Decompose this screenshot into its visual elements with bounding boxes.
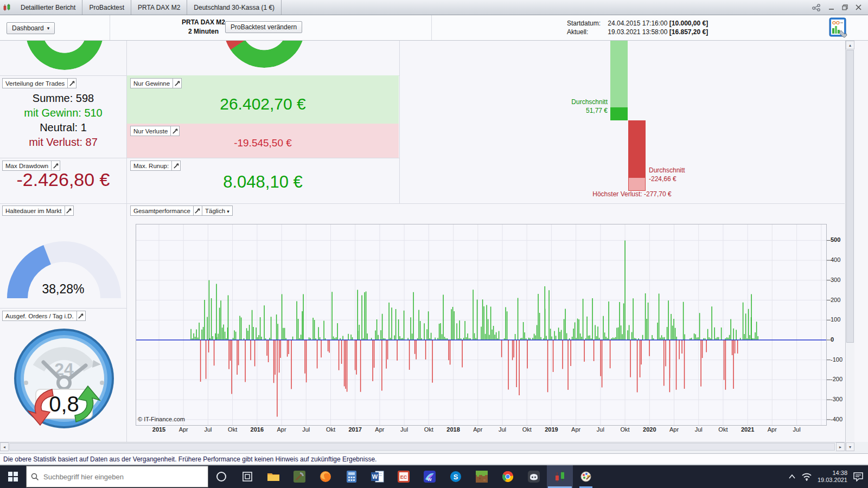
vertical-scrollbar[interactable]: ▴ ▾	[845, 41, 854, 451]
x-tick-label: Okt	[326, 426, 335, 433]
chrome-icon[interactable]	[495, 465, 521, 488]
panel-tag-nur-verluste[interactable]: Nur Verluste	[130, 126, 180, 136]
calculator-icon[interactable]	[339, 465, 365, 488]
design-app-icon[interactable]: W	[417, 465, 443, 488]
start-date-value: 24.04.2015 17:16:00	[608, 20, 667, 27]
x-tick-label: Jul	[695, 426, 703, 433]
y-tick-label: 300	[831, 277, 840, 283]
nur-verluste-value: -19.545,50 €	[127, 137, 399, 149]
wrench-icon[interactable]	[67, 79, 76, 88]
wrench-icon[interactable]	[65, 206, 73, 215]
x-tick-label: Apr	[473, 426, 482, 433]
svg-text:W: W	[372, 473, 378, 480]
tray-time: 14:38	[818, 470, 847, 477]
tab-instrument[interactable]: Deutschland 30-Kassa (1 €)	[187, 0, 282, 15]
x-tick-label: Jul	[499, 426, 506, 433]
dashboard-dropdown[interactable]: Dashboard▾	[7, 22, 55, 34]
vertical-scroll-thumb[interactable]	[846, 50, 854, 343]
minimize-button[interactable]	[828, 4, 834, 10]
prorealtime-icon[interactable]	[547, 465, 573, 488]
edit-probacktest-button[interactable]: ProBacktest verändern	[225, 21, 302, 33]
panel-tag-label: Ausgef. Orders / Tag i.D.	[3, 311, 76, 320]
x-tick-label: Apr	[179, 426, 188, 433]
candlestick-app-icon	[0, 0, 14, 15]
period-dropdown[interactable]: Täglich ▾	[202, 206, 233, 216]
y-tick-label: -200	[831, 376, 843, 382]
title-bar: Detaillierter Bericht ProBacktest PRTA D…	[0, 0, 868, 15]
panel-tag-label: Haltedauer im Markt	[3, 206, 65, 215]
minecraft-launcher-icon[interactable]	[286, 465, 312, 488]
current-date-label: Aktuell:	[567, 28, 606, 36]
avg-win-label: Durchschnitt51,77 €	[542, 98, 608, 115]
x-tick-label: 2019	[545, 426, 558, 433]
taskbar-clock[interactable]: 14:38 19.03.2021	[818, 470, 847, 484]
stat-summe: Summe: 598	[0, 92, 126, 105]
start-button[interactable]	[0, 465, 26, 488]
report-settings-icon[interactable]: OO	[829, 17, 847, 40]
x-tick-label: Jul	[204, 426, 212, 433]
start-amount: [10.000,00 €]	[669, 20, 708, 27]
x-tick-label: 2020	[643, 426, 656, 433]
close-button[interactable]	[856, 4, 861, 10]
cortana-button[interactable]	[208, 465, 234, 488]
horizontal-scroll-thumb[interactable]	[9, 443, 835, 451]
system-tray: 14:38 19.03.2021	[788, 465, 868, 488]
y-tick-label: 400	[831, 256, 840, 263]
minecraft-grass-icon[interactable]	[469, 465, 495, 488]
firefox-icon[interactable]	[312, 465, 339, 488]
x-tick-label: 2015	[152, 426, 165, 433]
word-icon[interactable]: W	[365, 465, 391, 488]
trades-donut-chart	[25, 41, 104, 70]
stat-mit-verlust: mit Verlust: 87	[0, 136, 126, 149]
discord-icon[interactable]	[521, 465, 547, 488]
taskbar-search[interactable]	[26, 466, 208, 487]
y-tick-label: -100	[831, 356, 843, 363]
horizontal-scrollbar[interactable]: ◂ ▸	[0, 442, 845, 451]
tray-expand-chevron[interactable]	[788, 474, 796, 479]
scroll-left-arrow[interactable]: ◂	[0, 442, 9, 451]
windows-taskbar: W EC W S	[0, 465, 868, 488]
dashboard-label: Dashboard	[12, 24, 44, 32]
restore-button[interactable]	[842, 4, 848, 10]
wrench-icon[interactable]	[170, 126, 179, 136]
panel-tag-gesamtperformance[interactable]: Gesamtperformance	[130, 206, 202, 216]
wifi-icon[interactable]	[801, 472, 812, 481]
tab-probacktest[interactable]: ProBacktest	[82, 0, 131, 15]
tab-prta-dax-m2[interactable]: PRTA DAX M2	[131, 0, 187, 15]
panel-tag-haltedauer[interactable]: Haltedauer im Markt	[2, 206, 74, 216]
x-tick-label: Okt	[522, 426, 532, 433]
wrench-icon[interactable]	[171, 161, 180, 170]
task-view-button[interactable]	[234, 465, 260, 488]
current-date-value: 19.03.2021 13:58:00	[608, 28, 667, 36]
panel-tag-nur-gewinne[interactable]: Nur Gewinne	[130, 78, 182, 88]
search-input[interactable]	[43, 473, 184, 481]
chart-copyright: © IT-Finance.com	[138, 416, 185, 422]
svg-text:OO: OO	[832, 20, 840, 25]
stat-mit-gewinn: mit Gewinn: 510	[0, 107, 126, 119]
scroll-up-arrow[interactable]: ▴	[846, 41, 854, 49]
orders-per-day-icon: 24 0,8	[12, 326, 116, 431]
action-center-icon[interactable]	[853, 472, 864, 481]
tray-date: 19.03.2021	[818, 477, 847, 484]
panel-tag-orders[interactable]: Ausgef. Orders / Tag i.D.	[2, 311, 86, 321]
tab-detaillierter-bericht[interactable]: Detaillierter Bericht	[14, 0, 82, 15]
share-icon[interactable]	[812, 4, 821, 11]
toolbar: Dashboard▾ PRTA DAX M2 2 Minuten ProBack…	[0, 15, 868, 41]
panel-tag-max-runup[interactable]: Max. Runup:	[130, 160, 181, 171]
paint-app-icon[interactable]	[573, 465, 599, 488]
wrench-icon[interactable]	[173, 79, 181, 88]
x-tick-label: Okt	[424, 426, 433, 433]
file-explorer-icon[interactable]	[260, 465, 286, 488]
skype-icon[interactable]: S	[443, 465, 469, 488]
scroll-down-arrow[interactable]: ▾	[846, 442, 854, 451]
ec-app-icon[interactable]: EC	[391, 465, 417, 488]
scroll-right-arrow[interactable]: ▸	[836, 442, 845, 451]
y-tick-label: -400	[831, 416, 843, 422]
panel-tag-label: Verteilung der Trades	[3, 79, 67, 88]
performance-chart[interactable]	[136, 224, 835, 426]
wrench-icon[interactable]	[193, 206, 202, 215]
x-tick-label: Apr	[571, 426, 580, 433]
panel-tag-verteilung[interactable]: Verteilung der Trades	[2, 78, 76, 88]
wrench-icon[interactable]	[76, 311, 85, 320]
x-tick-label: Jul	[400, 426, 408, 433]
